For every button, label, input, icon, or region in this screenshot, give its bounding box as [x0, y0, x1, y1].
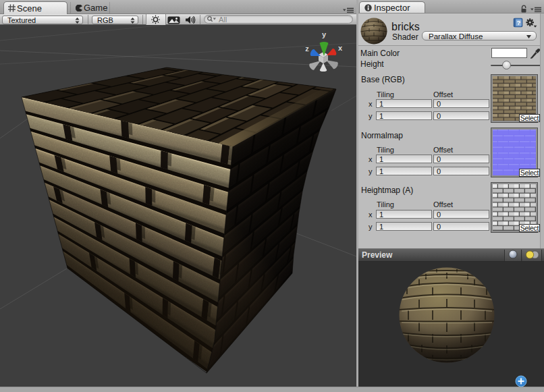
- svg-text:y: y: [322, 30, 327, 38]
- svg-text:z: z: [305, 45, 309, 53]
- svg-text:x: x: [338, 44, 343, 52]
- svg-text:?: ?: [516, 19, 520, 26]
